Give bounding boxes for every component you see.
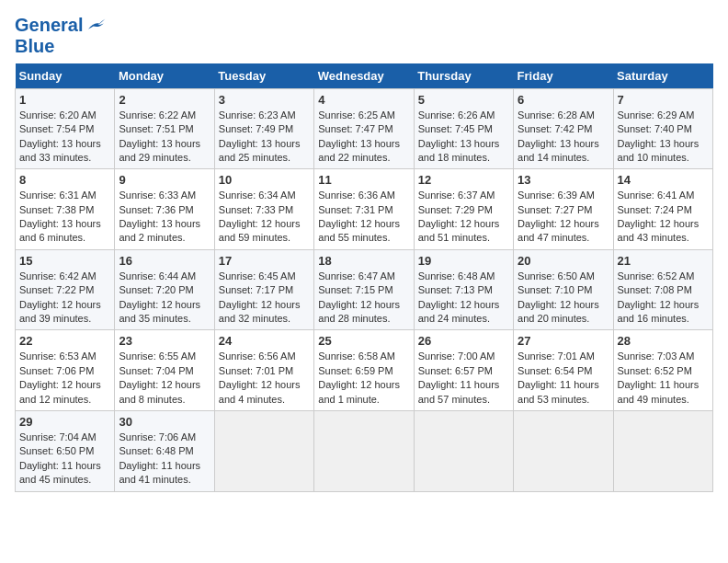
day-number: 2 — [119, 93, 210, 107]
calendar-cell: 24Sunrise: 6:56 AM Sunset: 7:01 PM Dayli… — [214, 330, 313, 411]
day-number: 21 — [618, 254, 709, 268]
calendar-cell: 16Sunrise: 6:44 AM Sunset: 7:20 PM Dayli… — [115, 249, 214, 330]
day-info: Sunrise: 7:03 AM Sunset: 6:52 PM Dayligh… — [618, 350, 709, 407]
calendar-cell: 23Sunrise: 6:55 AM Sunset: 7:04 PM Dayli… — [115, 330, 214, 411]
day-number: 25 — [318, 334, 409, 348]
calendar-cell: 8Sunrise: 6:31 AM Sunset: 7:38 PM Daylig… — [16, 169, 115, 250]
calendar-cell — [314, 410, 414, 491]
logo-bird-icon — [85, 14, 107, 36]
day-number: 1 — [19, 93, 110, 107]
day-info: Sunrise: 6:33 AM Sunset: 7:36 PM Dayligh… — [119, 189, 210, 246]
day-number: 16 — [119, 254, 210, 268]
day-info: Sunrise: 6:55 AM Sunset: 7:04 PM Dayligh… — [119, 350, 210, 407]
day-number: 28 — [618, 334, 709, 348]
day-info: Sunrise: 6:44 AM Sunset: 7:20 PM Dayligh… — [119, 270, 210, 327]
day-info: Sunrise: 6:31 AM Sunset: 7:38 PM Dayligh… — [19, 189, 110, 246]
day-number: 19 — [418, 254, 509, 268]
calendar-cell: 17Sunrise: 6:45 AM Sunset: 7:17 PM Dayli… — [214, 249, 313, 330]
calendar-week-4: 22Sunrise: 6:53 AM Sunset: 7:06 PM Dayli… — [16, 330, 713, 411]
day-info: Sunrise: 6:25 AM Sunset: 7:47 PM Dayligh… — [318, 109, 409, 166]
day-info: Sunrise: 6:48 AM Sunset: 7:13 PM Dayligh… — [418, 270, 509, 327]
day-number: 3 — [219, 93, 310, 107]
calendar-cell — [514, 410, 613, 491]
calendar-cell: 30Sunrise: 7:06 AM Sunset: 6:48 PM Dayli… — [115, 410, 214, 491]
day-number: 7 — [618, 93, 709, 107]
day-number: 13 — [518, 173, 609, 187]
calendar-week-1: 1Sunrise: 6:20 AM Sunset: 7:54 PM Daylig… — [16, 88, 713, 169]
logo: General Blue — [15, 15, 107, 56]
calendar-cell: 1Sunrise: 6:20 AM Sunset: 7:54 PM Daylig… — [16, 88, 115, 169]
weekday-header-sunday: Sunday — [16, 63, 115, 89]
calendar-cell: 3Sunrise: 6:23 AM Sunset: 7:49 PM Daylig… — [214, 88, 313, 169]
calendar-cell: 13Sunrise: 6:39 AM Sunset: 7:27 PM Dayli… — [514, 169, 613, 250]
calendar-cell: 15Sunrise: 6:42 AM Sunset: 7:22 PM Dayli… — [16, 249, 115, 330]
logo-blue-text: Blue — [15, 36, 107, 56]
calendar-cell: 19Sunrise: 6:48 AM Sunset: 7:13 PM Dayli… — [414, 249, 513, 330]
day-number: 23 — [119, 334, 210, 348]
weekday-header-saturday: Saturday — [613, 63, 712, 89]
day-info: Sunrise: 6:56 AM Sunset: 7:01 PM Dayligh… — [219, 350, 310, 407]
calendar-table: SundayMondayTuesdayWednesdayThursdayFrid… — [15, 63, 713, 492]
day-number: 12 — [418, 173, 509, 187]
day-info: Sunrise: 6:37 AM Sunset: 7:29 PM Dayligh… — [418, 189, 509, 246]
day-number: 8 — [19, 173, 110, 187]
day-number: 22 — [19, 334, 110, 348]
calendar-cell: 27Sunrise: 7:01 AM Sunset: 6:54 PM Dayli… — [514, 330, 613, 411]
weekday-header-row: SundayMondayTuesdayWednesdayThursdayFrid… — [16, 63, 713, 89]
day-info: Sunrise: 6:39 AM Sunset: 7:27 PM Dayligh… — [518, 189, 609, 246]
calendar-cell: 2Sunrise: 6:22 AM Sunset: 7:51 PM Daylig… — [115, 88, 214, 169]
weekday-header-tuesday: Tuesday — [214, 63, 313, 89]
day-number: 24 — [219, 334, 310, 348]
calendar-cell: 25Sunrise: 6:58 AM Sunset: 6:59 PM Dayli… — [314, 330, 414, 411]
calendar-cell: 5Sunrise: 6:26 AM Sunset: 7:45 PM Daylig… — [414, 88, 513, 169]
calendar-cell: 9Sunrise: 6:33 AM Sunset: 7:36 PM Daylig… — [115, 169, 214, 250]
calendar-cell: 6Sunrise: 6:28 AM Sunset: 7:42 PM Daylig… — [514, 88, 613, 169]
day-info: Sunrise: 7:06 AM Sunset: 6:48 PM Dayligh… — [119, 431, 210, 488]
weekday-header-friday: Friday — [514, 63, 613, 89]
day-number: 11 — [318, 173, 409, 187]
day-number: 29 — [19, 415, 110, 429]
day-info: Sunrise: 6:22 AM Sunset: 7:51 PM Dayligh… — [119, 109, 210, 166]
day-number: 4 — [318, 93, 409, 107]
day-info: Sunrise: 6:58 AM Sunset: 6:59 PM Dayligh… — [318, 350, 409, 407]
weekday-header-monday: Monday — [115, 63, 214, 89]
calendar-cell: 29Sunrise: 7:04 AM Sunset: 6:50 PM Dayli… — [16, 410, 115, 491]
day-number: 18 — [318, 254, 409, 268]
calendar-cell: 28Sunrise: 7:03 AM Sunset: 6:52 PM Dayli… — [613, 330, 712, 411]
day-number: 5 — [418, 93, 509, 107]
calendar-cell — [414, 410, 513, 491]
calendar-cell: 14Sunrise: 6:41 AM Sunset: 7:24 PM Dayli… — [613, 169, 712, 250]
day-info: Sunrise: 6:45 AM Sunset: 7:17 PM Dayligh… — [219, 270, 310, 327]
day-info: Sunrise: 6:47 AM Sunset: 7:15 PM Dayligh… — [318, 270, 409, 327]
logo-text: General — [15, 15, 107, 35]
calendar-week-2: 8Sunrise: 6:31 AM Sunset: 7:38 PM Daylig… — [16, 169, 713, 250]
day-info: Sunrise: 6:34 AM Sunset: 7:33 PM Dayligh… — [219, 189, 310, 246]
weekday-header-thursday: Thursday — [414, 63, 513, 89]
day-number: 6 — [518, 93, 609, 107]
day-number: 30 — [119, 415, 210, 429]
weekday-header-wednesday: Wednesday — [314, 63, 414, 89]
day-number: 20 — [518, 254, 609, 268]
day-info: Sunrise: 6:28 AM Sunset: 7:42 PM Dayligh… — [518, 109, 609, 166]
calendar-cell: 4Sunrise: 6:25 AM Sunset: 7:47 PM Daylig… — [314, 88, 414, 169]
day-info: Sunrise: 6:52 AM Sunset: 7:08 PM Dayligh… — [618, 270, 709, 327]
page-header: General Blue — [15, 15, 713, 56]
day-info: Sunrise: 7:01 AM Sunset: 6:54 PM Dayligh… — [518, 350, 609, 407]
day-info: Sunrise: 6:20 AM Sunset: 7:54 PM Dayligh… — [19, 109, 110, 166]
day-number: 26 — [418, 334, 509, 348]
calendar-cell: 10Sunrise: 6:34 AM Sunset: 7:33 PM Dayli… — [214, 169, 313, 250]
calendar-cell: 22Sunrise: 6:53 AM Sunset: 7:06 PM Dayli… — [16, 330, 115, 411]
calendar-cell: 21Sunrise: 6:52 AM Sunset: 7:08 PM Dayli… — [613, 249, 712, 330]
calendar-week-5: 29Sunrise: 7:04 AM Sunset: 6:50 PM Dayli… — [16, 410, 713, 491]
day-info: Sunrise: 6:36 AM Sunset: 7:31 PM Dayligh… — [318, 189, 409, 246]
day-info: Sunrise: 6:29 AM Sunset: 7:40 PM Dayligh… — [618, 109, 709, 166]
day-number: 15 — [19, 254, 110, 268]
day-info: Sunrise: 6:53 AM Sunset: 7:06 PM Dayligh… — [19, 350, 110, 407]
day-info: Sunrise: 7:00 AM Sunset: 6:57 PM Dayligh… — [418, 350, 509, 407]
calendar-cell: 12Sunrise: 6:37 AM Sunset: 7:29 PM Dayli… — [414, 169, 513, 250]
day-number: 14 — [618, 173, 709, 187]
calendar-cell — [613, 410, 712, 491]
day-info: Sunrise: 6:42 AM Sunset: 7:22 PM Dayligh… — [19, 270, 110, 327]
calendar-cell — [214, 410, 313, 491]
day-info: Sunrise: 6:23 AM Sunset: 7:49 PM Dayligh… — [219, 109, 310, 166]
